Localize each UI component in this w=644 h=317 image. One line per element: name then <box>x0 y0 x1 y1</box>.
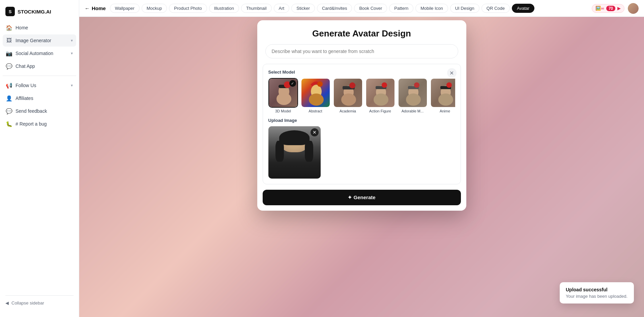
svg-point-8 <box>341 94 356 106</box>
app-logo[interactable]: S STOCKIMG.AI <box>0 4 79 22</box>
model-item-academia[interactable]: Academia <box>333 78 363 113</box>
model-thumb-action-figure <box>365 78 395 108</box>
sidebar-label-affiliates: Affiliates <box>16 96 33 101</box>
home-icon: 🏠 <box>6 25 12 31</box>
chevron-down-icon: ▾ <box>71 38 73 43</box>
main-area: ← Home Wallpaper Mockup Product Photo Il… <box>79 0 644 317</box>
sidebar-item-follow-us[interactable]: 📢 Follow Us ▾ <box>3 79 76 91</box>
chat-app-icon: 💬 <box>6 63 12 69</box>
toast-notification: Upload successful Your image has been up… <box>560 282 634 303</box>
svg-point-14 <box>382 82 387 88</box>
sidebar-divider <box>3 76 76 76</box>
back-button[interactable]: ← Home <box>85 5 106 11</box>
generate-modal: Generate Avatar Design ✕ Select Model <box>257 20 466 211</box>
model-abstract-svg <box>301 79 330 108</box>
social-automation-icon: 📷 <box>6 50 12 56</box>
upload-section: Upload Image <box>268 118 455 179</box>
model-action-svg <box>366 79 395 108</box>
model-label-action-figure: Action Figure <box>369 109 391 113</box>
model-item-adorable[interactable]: Adorable M... <box>398 78 428 113</box>
tab-avatar[interactable]: Avatar <box>512 4 534 13</box>
collapse-label: Collapse sidebar <box>11 300 44 306</box>
credits-count: 70 <box>606 6 615 11</box>
sidebar-item-home[interactable]: 🏠 Home <box>3 22 76 34</box>
tab-thumbnail[interactable]: Thumbnail <box>241 4 272 13</box>
modal-search-container <box>265 44 458 58</box>
tab-qr-code[interactable]: QR Code <box>481 4 510 13</box>
remove-upload-button[interactable]: ✕ <box>311 128 319 136</box>
tab-mockup[interactable]: Mockup <box>142 4 167 13</box>
sidebar-item-send-feedback[interactable]: 💬 Send feedback <box>3 105 76 117</box>
svg-point-10 <box>349 82 355 88</box>
model-thumb-adorable <box>398 78 428 108</box>
model-label-anime: Anime <box>440 109 450 113</box>
model-thumb-anime <box>430 78 455 108</box>
model-item-anime[interactable]: Anime <box>430 78 455 113</box>
model-label-abstract: Abstract <box>309 109 322 113</box>
sidebar-label-report-bug: # Report a bug <box>16 121 47 127</box>
tab-ui-design[interactable]: UI Design <box>450 4 479 13</box>
modal-panel: ✕ Select Model <box>263 64 461 184</box>
svg-point-1 <box>276 93 291 105</box>
model-grid: ✓ 3D Model <box>268 78 455 113</box>
model-thumb-3d: ✓ <box>268 78 298 108</box>
tab-mobile-icon[interactable]: Mobile Icon <box>415 4 448 13</box>
report-bug-icon: 🐛 <box>6 121 12 127</box>
svg-point-12 <box>374 94 388 106</box>
model-adorable-svg <box>399 79 428 108</box>
toast-body: Your image has been uploaded. <box>566 294 628 299</box>
prompt-input[interactable] <box>265 44 458 58</box>
sidebar-label-chat-app: Chat App <box>16 63 35 69</box>
svg-point-6 <box>317 81 323 87</box>
tab-illustration[interactable]: Illustration <box>209 4 239 13</box>
user-avatar[interactable] <box>628 3 639 14</box>
model-item-3d[interactable]: ✓ 3D Model <box>268 78 298 113</box>
tab-book-cover[interactable]: Book Cover <box>354 4 387 13</box>
image-generator-icon: 🖼 <box>6 37 12 44</box>
sidebar-label-follow-us: Follow Us <box>16 83 36 88</box>
sidebar-item-chat-app[interactable]: 💬 Chat App <box>3 60 76 72</box>
sidebar-item-affiliates[interactable]: 👤 Affiliates <box>3 92 76 104</box>
tab-sticker[interactable]: Sticker <box>291 4 315 13</box>
model-item-abstract[interactable]: Abstract <box>301 78 330 113</box>
toast-title: Upload successful <box>566 287 628 292</box>
model-preview-action-figure <box>366 79 394 107</box>
sidebar-item-report-bug[interactable]: 🐛 # Report a bug <box>3 118 76 130</box>
collapse-sidebar-button[interactable]: ◀ Collapse sidebar <box>5 298 74 308</box>
content-area: Generate Avatar Design ✕ Select Model <box>79 17 644 317</box>
svg-point-20 <box>438 94 453 106</box>
model-label-academia: Academia <box>340 109 356 113</box>
back-arrow-icon: ← <box>85 5 90 11</box>
credits-video-icon: ▶ <box>617 6 621 11</box>
sidebar-label-home: Home <box>16 25 28 30</box>
tab-pattern[interactable]: Pattern <box>389 4 413 13</box>
tab-card-invites[interactable]: Card&Invites <box>317 4 352 13</box>
credits-image-icon: 🖼️∞ <box>595 6 604 11</box>
tab-wallpaper[interactable]: Wallpaper <box>110 4 140 13</box>
model-academia-svg <box>334 79 363 108</box>
model-label-adorable: Adorable M... <box>402 109 423 113</box>
tab-product-photo[interactable]: Product Photo <box>169 4 207 13</box>
sidebar: S STOCKIMG.AI 🏠 Home 🖼 Image Generator ▾… <box>0 0 79 317</box>
upload-preview: ✕ <box>268 126 321 179</box>
app-name: STOCKIMG.AI <box>18 9 51 15</box>
model-preview-anime <box>431 79 455 107</box>
generate-button[interactable]: ✦ Generate <box>263 190 461 205</box>
modal-close-button[interactable]: ✕ <box>447 68 457 78</box>
topbar: ← Home Wallpaper Mockup Product Photo Il… <box>79 0 644 17</box>
sidebar-label-image-generator: Image Generator <box>16 38 51 43</box>
sidebar-label-send-feedback: Send feedback <box>16 108 47 114</box>
svg-point-22 <box>446 82 452 88</box>
chevron-down-icon-social: ▾ <box>71 51 73 56</box>
modal-overlay: Generate Avatar Design ✕ Select Model <box>79 17 644 317</box>
credits-badge[interactable]: 🖼️∞ 70 ▶ <box>592 4 624 13</box>
modal-title: Generate Avatar Design <box>257 20 466 44</box>
model-anime-svg <box>431 79 455 108</box>
sidebar-item-image-generator[interactable]: 🖼 Image Generator ▾ <box>3 34 76 47</box>
follow-us-icon: 📢 <box>6 82 12 88</box>
sidebar-item-social-automation[interactable]: 📷 Social Automation ▾ <box>3 47 76 59</box>
model-label-3d: 3D Model <box>275 109 291 113</box>
select-model-label: Select Model <box>268 70 455 75</box>
model-item-action-figure[interactable]: Action Figure <box>365 78 395 113</box>
tab-art[interactable]: Art <box>274 4 290 13</box>
